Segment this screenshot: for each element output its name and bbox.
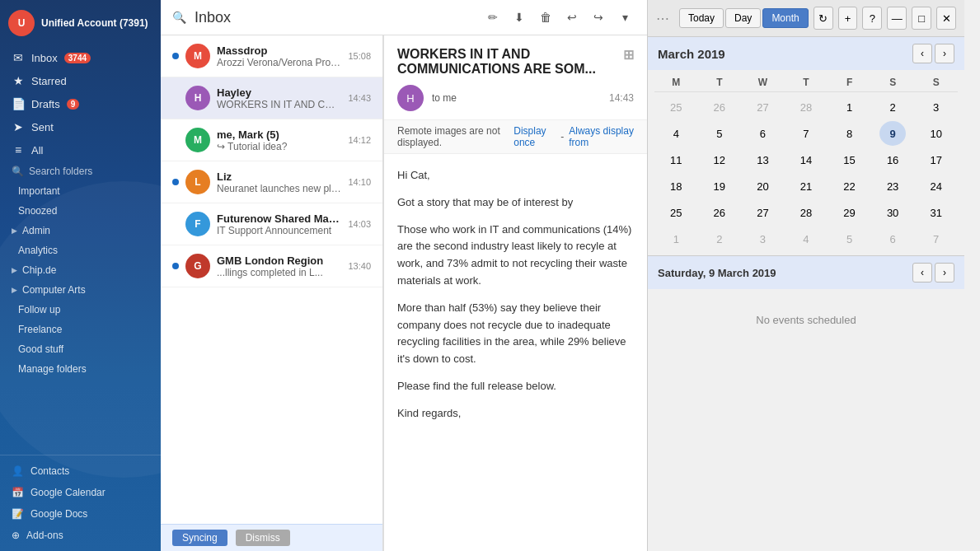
calendar-day[interactable]: 27	[749, 200, 776, 225]
calendar-day[interactable]: 28	[793, 200, 819, 225]
calendar-day[interactable]: 30	[879, 200, 906, 225]
avatar: U	[8, 10, 35, 36]
calendar-day[interactable]: 29	[837, 200, 863, 225]
calendar-day[interactable]: 23	[879, 174, 906, 198]
calendar-day[interactable]: 2	[879, 95, 906, 119]
sidebar-item-manage-folders[interactable]: Manage folders	[0, 359, 161, 379]
calendar-day-selected[interactable]: 9	[879, 121, 906, 146]
calendar-day[interactable]: 8	[837, 121, 863, 146]
sidebar-item-computer-arts[interactable]: ▶ Computer Arts	[0, 280, 161, 300]
sidebar-item-starred[interactable]: ★ Starred	[0, 69, 161, 92]
body-paragraph: More than half (53%) say they believe th…	[397, 300, 634, 368]
calendar-day[interactable]: 24	[923, 174, 950, 198]
calendar-day[interactable]: 4	[793, 226, 819, 251]
starred-label: Starred	[31, 75, 67, 87]
calendar-days-header: M T W T F S S	[654, 73, 958, 92]
email-row[interactable]: M Massdrop Arozzi Verona/Verona Pro Seri…	[161, 35, 382, 77]
sidebar-item-google-calendar[interactable]: 📅 Google Calendar	[0, 482, 161, 503]
month-button[interactable]: Month	[762, 8, 808, 28]
sidebar-item-freelance[interactable]: Freelance	[0, 320, 161, 339]
back-button[interactable]: ↩	[561, 7, 583, 28]
maximize-button[interactable]: □	[912, 7, 931, 30]
close-button[interactable]: ✕	[936, 7, 956, 30]
calendar-day[interactable]: 25	[663, 95, 689, 119]
calendar-day[interactable]: 17	[923, 147, 950, 172]
calendar-day[interactable]: 25	[663, 200, 689, 225]
calendar-day[interactable]: 10	[923, 121, 950, 146]
sidebar-item-admin[interactable]: ▶ Admin	[0, 221, 161, 240]
display-once-link[interactable]: Display once	[513, 125, 556, 148]
calendar-day[interactable]: 7	[793, 121, 819, 146]
next-date-button[interactable]: ›	[935, 263, 954, 283]
calendar-day[interactable]: 1	[663, 226, 689, 251]
calendar-day[interactable]: 26	[706, 200, 733, 225]
email-row[interactable]: G GMB London Region ...llings completed …	[161, 245, 382, 287]
calendar-day[interactable]: 27	[749, 95, 776, 119]
calendar-day[interactable]: 6	[879, 226, 906, 251]
calendar-day[interactable]: 1	[837, 95, 863, 119]
menu-dots-icon[interactable]: ⋯	[656, 11, 669, 26]
sidebar-item-sent[interactable]: ➤ Sent	[0, 115, 161, 138]
forward-button[interactable]: ↪	[588, 7, 609, 28]
calendar-day[interactable]: 13	[749, 147, 776, 172]
calendar-day[interactable]: 20	[749, 174, 776, 198]
calendar-day[interactable]: 18	[663, 174, 689, 198]
email-row[interactable]: H Hayley WORKERS IN IT AND COMMUNICATI..…	[161, 77, 382, 119]
sidebar-item-drafts[interactable]: 📄 Drafts 9	[0, 92, 161, 115]
syncing-bar: Syncing Dismiss	[161, 524, 382, 551]
email-row[interactable]: M me, Mark (5) ↪ Tutorial idea? 14:12	[161, 119, 382, 161]
sidebar-item-add-ons[interactable]: ⊕ Add-ons	[0, 525, 161, 546]
sidebar-item-good-stuff[interactable]: Good stuff	[0, 339, 161, 359]
calendar-day[interactable]: 22	[837, 174, 863, 198]
prev-date-button[interactable]: ‹	[912, 263, 932, 283]
calendar-day[interactable]: 14	[793, 147, 819, 172]
syncing-button[interactable]: Syncing	[172, 530, 227, 546]
sidebar-item-google-docs[interactable]: 📝 Google Docs	[0, 503, 161, 525]
calendar-day[interactable]: 3	[923, 95, 950, 119]
calendar-day[interactable]: 6	[749, 121, 776, 146]
email-row[interactable]: L Liz Neuranet launches new platform, he…	[161, 161, 382, 203]
help-button[interactable]: ?	[862, 7, 882, 30]
expand-icon[interactable]: ⊞	[623, 47, 634, 63]
sidebar-item-all[interactable]: ≡ All	[0, 138, 161, 161]
sidebar-item-contacts[interactable]: 👤 Contacts	[0, 460, 161, 482]
calendar-day[interactable]: 16	[879, 147, 906, 172]
email-row[interactable]: F Futurenow Shared Mailbox IT Support An…	[161, 203, 382, 245]
calendar-day[interactable]: 12	[706, 147, 733, 172]
calendar-day[interactable]: 2	[706, 226, 733, 251]
calendar-day[interactable]: 26	[706, 95, 733, 119]
calendar-day[interactable]: 5	[837, 226, 863, 251]
dismiss-button[interactable]: Dismiss	[236, 530, 290, 546]
today-button[interactable]: Today	[679, 8, 724, 28]
sidebar-item-snoozed[interactable]: Snoozed	[0, 201, 161, 221]
delete-button[interactable]: 🗑	[535, 7, 556, 28]
minimize-button[interactable]: —	[887, 7, 907, 30]
more-button[interactable]: ▾	[614, 7, 635, 28]
sidebar-item-analytics[interactable]: Analytics	[0, 240, 161, 260]
calendar-day[interactable]: 19	[706, 174, 733, 198]
calendar-day[interactable]: 21	[793, 174, 819, 198]
calendar-day[interactable]: 3	[749, 226, 776, 251]
calendar-day[interactable]: 7	[923, 226, 950, 251]
calendar-day[interactable]: 31	[923, 200, 950, 225]
calendar-day[interactable]: 15	[837, 147, 863, 172]
next-month-button[interactable]: ›	[935, 44, 954, 63]
always-display-link[interactable]: Always display from	[569, 125, 634, 148]
search-folders[interactable]: 🔍 Search folders	[0, 161, 161, 181]
unread-indicator	[172, 53, 179, 59]
sidebar-item-important[interactable]: Important	[0, 181, 161, 201]
calendar-day[interactable]: 28	[793, 95, 819, 119]
calendar-day[interactable]: 5	[706, 121, 733, 146]
sidebar-item-inbox[interactable]: ✉ Inbox 3744	[0, 46, 161, 69]
download-button[interactable]: ⬇	[509, 7, 530, 28]
sidebar-item-follow-up[interactable]: Follow up	[0, 300, 161, 320]
sidebar-item-chipde[interactable]: ▶ Chip.de	[0, 260, 161, 280]
calendar-day[interactable]: 4	[663, 121, 689, 146]
add-event-button[interactable]: +	[838, 7, 858, 30]
search-icon[interactable]: 🔍	[172, 11, 186, 24]
refresh-button[interactable]: ↻	[814, 7, 833, 30]
prev-month-button[interactable]: ‹	[912, 44, 932, 63]
calendar-day[interactable]: 11	[663, 147, 689, 172]
day-button[interactable]: Day	[725, 8, 761, 28]
edit-button[interactable]: ✏	[482, 7, 504, 28]
